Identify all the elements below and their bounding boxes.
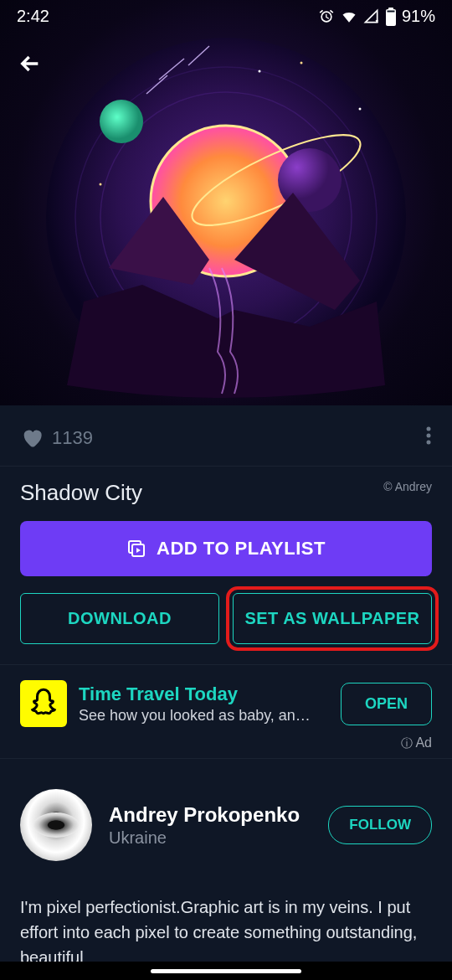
download-button[interactable]: DOWNLOAD	[20, 593, 219, 644]
copyright: © Andrey	[383, 480, 432, 493]
author-info: Andrey Prokopenko Ukraine	[109, 803, 311, 848]
back-button[interactable]	[17, 50, 44, 84]
signal-icon	[363, 8, 380, 25]
ad-title: Time Travel Today	[79, 683, 329, 705]
battery-icon	[385, 8, 397, 26]
download-label: DOWNLOAD	[68, 609, 172, 627]
wifi-icon	[340, 8, 358, 25]
author-avatar[interactable]	[20, 789, 92, 861]
set-wallpaper-button[interactable]: SET AS WALLPAPER	[233, 593, 432, 644]
follow-button[interactable]: FOLLOW	[328, 806, 432, 844]
ad-open-label: OPEN	[365, 695, 408, 712]
likes-row: 1139	[0, 405, 452, 467]
more-menu[interactable]	[425, 426, 432, 451]
battery-percent: 91%	[402, 7, 435, 26]
ad-open-button[interactable]: OPEN	[341, 683, 432, 725]
author-location: Ukraine	[109, 828, 311, 848]
heart-icon	[20, 426, 44, 450]
status-time: 2:42	[17, 7, 49, 26]
svg-point-17	[300, 62, 303, 64]
playlist-icon	[126, 539, 146, 559]
wallpaper-hero	[0, 0, 452, 405]
add-to-playlist-button[interactable]: ADD TO PLAYLIST	[20, 521, 432, 576]
nav-indicator[interactable]	[151, 969, 301, 973]
likes-number: 1139	[52, 427, 93, 449]
svg-point-15	[100, 183, 102, 186]
ad-label: Ad	[0, 735, 452, 759]
dots-vertical-icon	[425, 426, 432, 446]
svg-point-14	[259, 70, 261, 73]
ad-app-icon	[20, 680, 67, 727]
svg-point-18	[427, 427, 431, 431]
ad-subtitle: See how you looked as baby, and how y…	[79, 707, 313, 725]
svg-rect-1	[388, 8, 393, 10]
playlist-label: ADD TO PLAYLIST	[157, 538, 326, 560]
status-bar: 2:42 91%	[0, 0, 452, 29]
ad-row[interactable]: Time Travel Today See how you looked as …	[0, 665, 452, 735]
title-row: Shadow City © Andrey	[0, 467, 452, 521]
alarm-icon	[318, 8, 335, 25]
likes-count[interactable]: 1139	[20, 426, 93, 450]
ad-text: Time Travel Today See how you looked as …	[79, 683, 329, 725]
nav-bar	[0, 962, 452, 980]
author-name: Andrey Prokopenko	[109, 803, 311, 827]
snapchat-icon	[27, 687, 60, 720]
follow-label: FOLLOW	[349, 817, 411, 833]
svg-rect-2	[387, 10, 394, 12]
arrow-left-icon	[17, 50, 44, 77]
action-buttons: DOWNLOAD SET AS WALLPAPER	[0, 593, 452, 665]
svg-point-10	[100, 100, 143, 143]
svg-point-16	[359, 108, 362, 111]
wallpaper-artwork	[42, 34, 410, 402]
wallpaper-title: Shadow City	[20, 480, 142, 506]
svg-point-19	[427, 434, 431, 438]
svg-point-20	[427, 441, 431, 445]
author-row: Andrey Prokopenko Ukraine FOLLOW	[0, 759, 452, 878]
status-icons: 91%	[318, 7, 435, 26]
set-wallpaper-label: SET AS WALLPAPER	[244, 609, 419, 627]
